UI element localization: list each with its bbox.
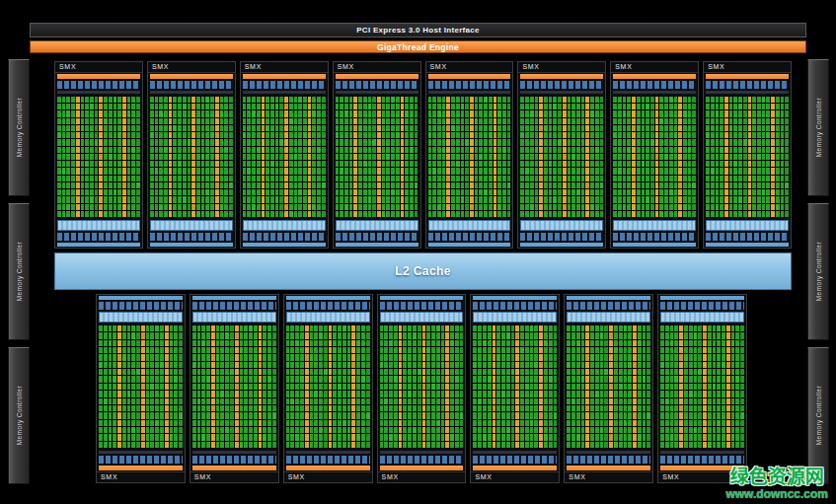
- cuda-core: [520, 384, 524, 390]
- cuda-core: [618, 204, 622, 210]
- cuda-core: [785, 196, 789, 202]
- cuda-core: [224, 125, 228, 131]
- cuda-core: [136, 182, 140, 188]
- cuda-core: [220, 442, 224, 448]
- dp-unit: [679, 398, 683, 404]
- cuda-core: [333, 442, 337, 448]
- cuda-core: [164, 139, 168, 145]
- cuda-core: [501, 427, 505, 433]
- dp-unit: [191, 168, 195, 174]
- cuda-core: [368, 168, 372, 174]
- cuda-core: [766, 125, 770, 131]
- dp-unit: [329, 376, 333, 382]
- cuda-core: [178, 147, 182, 153]
- cuda-core: [785, 110, 789, 116]
- cuda-core: [240, 434, 244, 440]
- cuda-core: [131, 104, 135, 109]
- cuda-core: [426, 391, 430, 396]
- cuda-core: [711, 104, 715, 109]
- cuda-core: [554, 384, 558, 390]
- cuda-core: [197, 354, 201, 360]
- cuda-core: [650, 168, 654, 174]
- cuda-core: [159, 147, 163, 153]
- dp-unit: [609, 332, 613, 338]
- cuda-core: [450, 427, 454, 433]
- dp-unit: [305, 420, 309, 426]
- dp-unit: [215, 125, 219, 131]
- cuda-core: [735, 391, 739, 396]
- cuda-core: [394, 369, 398, 375]
- cuda-core: [290, 384, 294, 390]
- dp-unit: [305, 442, 309, 448]
- cuda-core: [628, 442, 632, 448]
- cuda-core: [571, 132, 575, 138]
- cuda-core: [342, 427, 346, 433]
- dp-unit: [76, 147, 80, 153]
- cuda-core: [225, 398, 229, 404]
- cuda-core: [595, 97, 599, 103]
- cuda-core: [506, 354, 510, 360]
- cuda-core: [117, 118, 121, 124]
- cuda-core: [356, 384, 360, 390]
- cuda-core: [338, 384, 342, 390]
- cuda-core: [347, 442, 351, 448]
- dp-unit: [99, 154, 103, 160]
- cuda-core: [567, 427, 570, 433]
- cuda-core: [310, 442, 314, 448]
- cuda-core: [349, 125, 353, 131]
- dp-unit: [165, 362, 169, 368]
- cuda-core: [159, 211, 163, 217]
- cuda-core: [294, 139, 298, 145]
- dp-unit: [446, 168, 450, 174]
- cuda-core: [408, 398, 412, 404]
- cuda-core: [324, 376, 328, 382]
- dp-unit: [262, 125, 266, 131]
- dp-unit: [515, 340, 519, 346]
- dp-unit: [515, 434, 519, 440]
- cuda-core: [688, 97, 692, 103]
- cuda-core: [689, 354, 693, 360]
- cuda-core: [389, 362, 393, 368]
- dp-unit: [585, 427, 589, 433]
- cuda-core: [507, 189, 511, 195]
- cuda-core: [576, 204, 580, 210]
- cuda-core: [716, 97, 720, 103]
- cuda-core: [244, 434, 248, 440]
- cuda-core: [173, 196, 177, 202]
- cuda-core: [340, 132, 343, 138]
- dp-unit: [117, 369, 121, 375]
- cuda-core: [243, 189, 247, 195]
- cuda-core: [489, 189, 493, 195]
- cuda-core: [150, 391, 154, 396]
- cuda-core: [159, 196, 163, 202]
- cuda-core: [66, 147, 70, 153]
- cuda-core: [729, 196, 733, 202]
- cuda-core: [600, 427, 604, 433]
- cuda-core: [613, 154, 617, 160]
- dp-unit: [401, 176, 405, 181]
- cuda-core: [317, 139, 321, 145]
- cuda-core: [230, 325, 234, 331]
- cuda-core: [684, 340, 688, 346]
- cuda-core: [716, 204, 720, 210]
- cuda-core: [386, 204, 390, 210]
- cuda-core: [674, 369, 678, 375]
- cuda-core: [206, 412, 210, 418]
- cuda-core: [628, 340, 632, 346]
- dp-unit: [679, 412, 683, 418]
- cuda-core: [150, 369, 154, 375]
- cuda-core: [428, 97, 432, 103]
- cuda-core: [363, 168, 367, 174]
- cuda-core: [534, 420, 538, 426]
- cuda-core: [266, 189, 269, 195]
- cuda-core: [450, 325, 454, 331]
- dp-unit: [169, 189, 173, 195]
- cuda-core: [766, 182, 770, 188]
- cuda-core: [752, 211, 756, 217]
- dp-unit: [633, 384, 637, 390]
- cuda-core: [431, 391, 435, 396]
- dp-unit: [305, 412, 309, 418]
- cuda-core: [333, 434, 337, 440]
- dp-unit: [563, 182, 567, 188]
- cuda-core: [674, 154, 678, 160]
